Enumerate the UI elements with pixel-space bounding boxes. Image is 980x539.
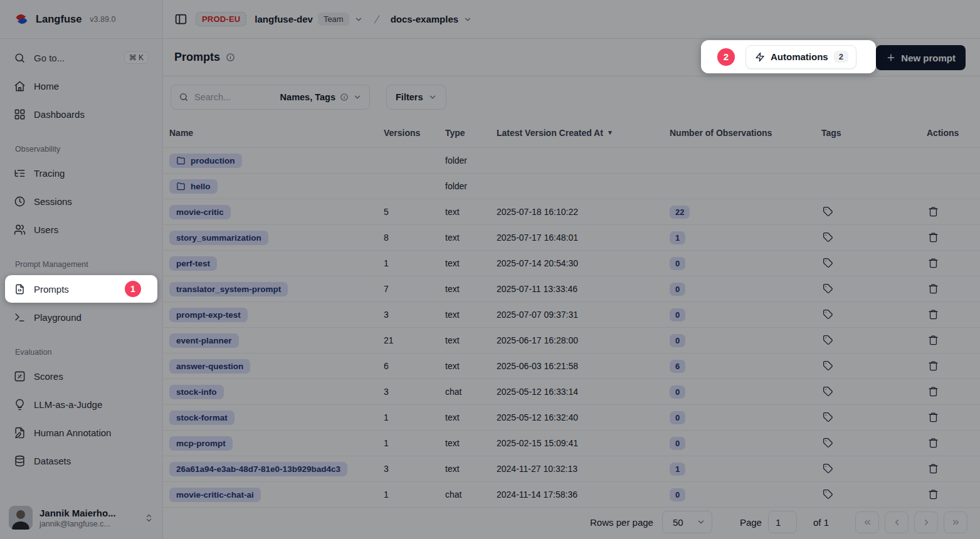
file-code-icon [14, 283, 26, 295]
callout-step-2: 2 [717, 48, 735, 66]
sidebar-item-prompts[interactable]: Prompts 1 [5, 275, 157, 303]
automations-spotlight: 2 Automations 2 [701, 40, 876, 73]
dim-overlay [0, 0, 980, 539]
automations-button[interactable]: Automations 2 [746, 45, 856, 69]
automations-count-badge: 2 [834, 51, 848, 63]
zap-icon [755, 52, 765, 62]
automations-label: Automations [771, 51, 828, 62]
callout-step-1: 1 [125, 281, 141, 297]
sidebar-item-label: Prompts [34, 284, 69, 295]
